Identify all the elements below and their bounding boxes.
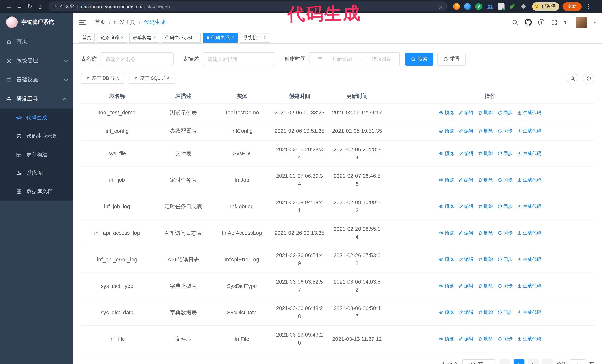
extensions-puzzle-icon[interactable] [520, 3, 527, 10]
sidebar-item-home[interactable]: 首页 [0, 32, 73, 51]
preview-action[interactable]: 预览 [439, 308, 454, 316]
browser-forward-icon[interactable]: → [14, 1, 25, 11]
tab-trace[interactable]: 链路追踪 × [97, 33, 127, 42]
address-bar[interactable]: ⚠ 不安全 | dashboard.yudao.iocoder.cn/tool/… [48, 1, 448, 11]
preview-action[interactable]: 预览 [439, 255, 454, 263]
preview-action[interactable]: 预览 [439, 335, 454, 343]
sync-action[interactable]: 同步 [497, 176, 513, 184]
font-size-icon[interactable]: тT [564, 20, 570, 25]
green-check-extension-icon[interactable]: V [475, 3, 482, 10]
tab-form-builder[interactable]: 表单构建 × [129, 33, 160, 42]
edit-action[interactable]: 编辑 [458, 127, 473, 135]
edit-action[interactable]: 编辑 [458, 149, 473, 157]
preview-action[interactable]: 预览 [439, 282, 454, 290]
delete-action[interactable]: 删除 [478, 282, 493, 290]
close-tab-icon[interactable]: × [121, 35, 124, 40]
page-button-2[interactable]: 2 [528, 359, 539, 364]
sidebar-item-db-docs[interactable]: 数据库文档 [0, 182, 73, 201]
delete-action[interactable]: 删除 [478, 255, 493, 263]
import-db-button[interactable]: 基于 DB 导入 [81, 73, 124, 84]
generate-code-action[interactable]: 生成代码 [517, 176, 541, 184]
browser-back-icon[interactable]: ← [4, 1, 14, 11]
sidebar-item-codegen[interactable]: </> 代码生成 [0, 109, 73, 127]
leaf-extension-icon[interactable] [509, 3, 516, 10]
close-tab-icon[interactable]: × [195, 35, 197, 40]
sidebar-item-system-api[interactable]: 系统接口 [0, 164, 73, 182]
sync-action[interactable]: 同步 [497, 202, 513, 210]
generate-code-action[interactable]: 生成代码 [517, 127, 541, 135]
import-sql-button[interactable]: 基于 SQL 导入 [129, 73, 175, 84]
generate-code-action[interactable]: 生成代码 [517, 109, 541, 117]
close-tab-icon[interactable]: × [264, 35, 267, 40]
hamburger-icon[interactable] [79, 20, 86, 25]
sync-action[interactable]: 同步 [497, 127, 513, 135]
help-icon[interactable]: ? [538, 19, 544, 25]
sync-action[interactable]: 同步 [497, 335, 513, 343]
generate-code-action[interactable]: 生成代码 [517, 335, 541, 343]
sync-action[interactable]: 同步 [497, 282, 513, 290]
preview-action[interactable]: 预览 [439, 176, 454, 184]
create-time-range-picker[interactable]: 开始日期 - 结束日期 [310, 52, 400, 66]
browser-reload-icon[interactable]: ↻ [25, 1, 35, 11]
sync-action[interactable]: 同步 [497, 229, 513, 237]
search-icon[interactable] [512, 19, 518, 26]
page-button-1[interactable]: 1 [514, 359, 524, 364]
delete-action[interactable]: 删除 [478, 149, 493, 157]
generate-code-action[interactable]: 生成代码 [517, 308, 541, 316]
tab-codegen[interactable]: 代码生成 × [203, 33, 238, 42]
preview-action[interactable]: 预览 [439, 149, 454, 157]
sidebar-item-codegen-example[interactable]: 代码生成示例 [0, 127, 73, 145]
delete-action[interactable]: 删除 [478, 109, 493, 117]
github-icon[interactable] [525, 19, 532, 26]
breadcrumb-home[interactable]: 首页 [95, 19, 106, 26]
edit-action[interactable]: 编辑 [458, 308, 473, 316]
table-name-input[interactable] [101, 52, 173, 66]
user-avatar[interactable] [576, 17, 587, 28]
sidebar-item-devtools[interactable]: 研发工具 [0, 89, 73, 109]
preview-action[interactable]: 预览 [439, 202, 454, 210]
preview-action[interactable]: 预览 [439, 127, 454, 135]
edit-action[interactable]: 编辑 [458, 109, 473, 117]
fox-extension-icon[interactable] [453, 3, 460, 10]
close-tab-icon[interactable]: × [232, 35, 234, 40]
generate-code-action[interactable]: 生成代码 [517, 229, 541, 237]
people-extension-icon[interactable] [486, 3, 493, 10]
edit-action[interactable]: 编辑 [458, 176, 473, 184]
refresh-table-button[interactable] [583, 73, 594, 84]
delete-action[interactable]: 删除 [478, 308, 493, 316]
blue-extension-icon[interactable] [464, 3, 471, 10]
browser-menu-icon[interactable]: ⋮ [586, 3, 591, 10]
page-size-select[interactable]: 10条/页 [462, 359, 496, 364]
next-page-button[interactable]: › [542, 359, 553, 364]
sync-action[interactable]: 同步 [497, 149, 513, 157]
sync-action[interactable]: 同步 [497, 255, 513, 263]
delete-action[interactable]: 删除 [478, 127, 493, 135]
preview-action[interactable]: 预览 [439, 229, 454, 237]
table-desc-input[interactable] [203, 52, 275, 66]
toggle-search-button[interactable] [567, 73, 578, 84]
tab-home[interactable]: 首页 [79, 33, 95, 42]
delete-action[interactable]: 删除 [478, 335, 493, 343]
close-tab-icon[interactable]: × [153, 35, 156, 40]
goto-page-input[interactable] [570, 359, 586, 364]
delete-action[interactable]: 删除 [478, 202, 493, 210]
generate-code-action[interactable]: 生成代码 [517, 202, 541, 210]
generate-code-action[interactable]: 生成代码 [517, 149, 541, 157]
tab-system-api[interactable]: 系统接口 × [240, 33, 270, 42]
profile-paused-badge[interactable]: 已暂停 [532, 2, 559, 10]
sidebar-item-infra[interactable]: 基础设施 [0, 70, 73, 89]
edit-action[interactable]: 编辑 [458, 335, 473, 343]
sidebar-item-form-builder[interactable]: 表单构建 [0, 146, 73, 164]
tab-codegen-example[interactable]: 代码生成示例 × [162, 33, 201, 42]
delete-action[interactable]: 删除 [478, 229, 493, 237]
prev-page-button[interactable]: ‹ [500, 359, 510, 364]
browser-home-icon[interactable]: ⌂ [35, 1, 45, 11]
reset-button[interactable]: 重置 [437, 52, 466, 65]
preview-action[interactable]: 预览 [439, 109, 454, 117]
fullscreen-icon[interactable] [551, 19, 558, 26]
delete-action[interactable]: 删除 [478, 176, 493, 184]
browser-update-button[interactable]: 更新 [563, 2, 582, 10]
generate-code-action[interactable]: 生成代码 [517, 282, 541, 290]
sidebar-item-system[interactable]: 系统管理 [0, 51, 73, 70]
edit-action[interactable]: 编辑 [458, 282, 473, 290]
